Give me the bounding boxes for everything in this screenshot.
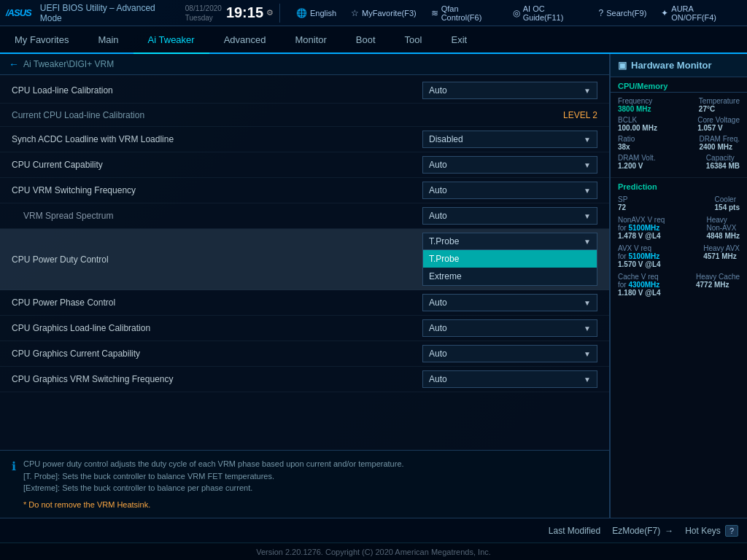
hardware-monitor-sidebar: ▣ Hardware Monitor CPU/Memory Frequency …: [610, 54, 747, 518]
setting-row-power-phase: CPU Power Phase Control Auto ▼: [0, 290, 609, 316]
nav-tool[interactable]: Tool: [390, 26, 437, 54]
heavy-cache-label: Heavy Cache: [696, 273, 740, 281]
nav-exit[interactable]: Exit: [436, 26, 481, 54]
vrm-spread-dropdown[interactable]: Auto ▼: [422, 207, 597, 225]
info-box: ℹ CPU power duty control adjusts the dut…: [0, 450, 609, 518]
power-duty-option-extreme[interactable]: Extreme: [423, 268, 597, 285]
temperature-label: Temperature: [699, 97, 740, 105]
back-arrow-icon[interactable]: ←: [9, 58, 19, 70]
search-label: Search(F9): [606, 9, 646, 18]
power-duty-options: T.Probe Extreme: [422, 250, 597, 286]
gpu-vrm-switching-label: CPU Graphics VRM Switching Frequency: [12, 374, 422, 384]
cpu-loadline-dropdown[interactable]: Auto ▼: [422, 82, 597, 99]
hotkeys-label: Hot Keys: [685, 526, 721, 536]
ai-oc-button[interactable]: ◎ AI OC Guide(F11): [508, 3, 589, 23]
cpu-current-cap-label: CPU Current Capability: [12, 160, 422, 170]
datetime-block: 08/11/2020 Tuesday 19:15 ⚙: [185, 4, 280, 23]
nonavx-row: NonAVX V req for 5100MHz 1.478 V @L4 Hea…: [618, 216, 740, 240]
heavy-cache-block: Heavy Cache 4772 MHz: [696, 273, 740, 297]
heavy-nonavx-label2: Non-AVX: [706, 224, 740, 232]
version-text: Version 2.20.1276. Copyright (C) 2020 Am…: [256, 548, 491, 556]
avx-freq-label: for 5100MHz: [618, 252, 661, 260]
aura-icon: ✦: [661, 8, 668, 18]
synch-acdc-dropdown[interactable]: Disabled ▼: [422, 131, 597, 148]
ratio-value: 38x: [618, 143, 635, 151]
capacity-label: Capacity: [706, 154, 740, 162]
heavy-cache-value: 4772 MHz: [696, 281, 740, 289]
power-duty-option-tprobe[interactable]: T.Probe: [423, 250, 597, 268]
gpu-current-cap-value: Auto: [429, 349, 447, 359]
nav-main[interactable]: Main: [83, 26, 133, 54]
heavy-avx-value: 4571 MHz: [703, 252, 740, 260]
nav-ai-tweaker[interactable]: Ai Tweaker: [133, 26, 209, 54]
vrm-spread-label: VRM Spread Spectrum: [12, 211, 422, 221]
cpu-memory-section: CPU/Memory: [611, 77, 747, 93]
info-text-block: CPU power duty control adjusts the duty …: [23, 458, 404, 510]
heavy-nonavx-label: Heavy: [706, 216, 740, 224]
vrm-switching-value: Auto: [429, 185, 447, 195]
chevron-down-icon: ▼: [584, 136, 591, 144]
ai-oc-icon: ◎: [513, 8, 520, 18]
nav-monitor[interactable]: Monitor: [281, 26, 341, 54]
aura-label: AURA ON/OFF(F4): [671, 4, 737, 22]
cooler-value: 154 pts: [715, 203, 740, 211]
setting-row-gpu-current-cap: CPU Graphics Current Capability Auto ▼: [0, 341, 609, 367]
info-warning: * Do not remove the VRM Heatsink.: [23, 499, 404, 511]
chevron-down-icon: ▼: [584, 238, 591, 246]
dram-freq-value: 2400 MHz: [699, 143, 740, 151]
cache-row: Cache V req for 4300MHz 1.180 V @L4 Heav…: [618, 273, 740, 297]
sp-block: SP 72: [618, 195, 627, 211]
gpu-loadline-dropdown[interactable]: Auto ▼: [422, 319, 597, 337]
content-area: ← Ai Tweaker\DIGI+ VRM CPU Load-line Cal…: [0, 54, 747, 518]
favorite-icon: ☆: [351, 8, 359, 18]
cpu-current-cap-dropdown[interactable]: Auto ▼: [422, 156, 597, 174]
aura-button[interactable]: ✦ AURA ON/OFF(F4): [657, 3, 741, 23]
settings-gear-icon[interactable]: ⚙: [266, 8, 274, 18]
ezmode-label: EzMode(F7): [612, 526, 660, 536]
gpu-current-cap-label: CPU Graphics Current Capability: [12, 349, 422, 359]
language-label: English: [310, 9, 336, 18]
power-phase-value: Auto: [429, 298, 447, 308]
cpu-loadline-value: Auto: [429, 85, 447, 96]
info-icon: ℹ: [12, 459, 16, 510]
setting-row-cpu-current-cap: CPU Current Capability Auto ▼: [0, 152, 609, 178]
qfan-button[interactable]: ≋ Qfan Control(F6): [427, 3, 503, 23]
heavy-avx-block: Heavy AVX 4571 MHz: [703, 244, 740, 268]
setting-row-synch-acdc: Synch ACDC Loadline with VRM Loadline Di…: [0, 127, 609, 152]
gpu-vrm-switching-dropdown[interactable]: Auto ▼: [422, 370, 597, 388]
gpu-current-cap-dropdown[interactable]: Auto ▼: [422, 345, 597, 362]
date-display: 08/11/2020 Tuesday: [185, 4, 222, 23]
nav-boot[interactable]: Boot: [341, 26, 390, 54]
ezmode-arrow-icon: →: [665, 526, 673, 536]
chevron-down-icon: ▼: [584, 161, 591, 169]
nav-advanced[interactable]: Advanced: [209, 26, 281, 54]
language-button[interactable]: 🌐 English: [292, 3, 341, 23]
power-phase-dropdown[interactable]: Auto ▼: [422, 294, 597, 311]
power-duty-label: CPU Power Duty Control: [12, 254, 422, 265]
top-bar: /ASUS UEFI BIOS Utility – Advanced Mode …: [0, 0, 747, 26]
my-favorite-button[interactable]: ☆ MyFavorite(F3): [347, 3, 421, 23]
vrm-switching-label: CPU VRM Switching Frequency: [12, 185, 422, 195]
current-loadline-label: Current CPU Load-line Calibration: [12, 110, 563, 120]
nav-my-favorites[interactable]: My Favorites: [0, 26, 83, 54]
cooler-block: Cooler 154 pts: [715, 195, 740, 211]
avx-block: AVX V req for 5100MHz 1.570 V @L4: [618, 244, 661, 268]
avx-row: AVX V req for 5100MHz 1.570 V @L4 Heavy …: [618, 244, 740, 268]
cooler-label: Cooler: [715, 195, 740, 203]
cache-block: Cache V req for 4300MHz 1.180 V @L4: [618, 273, 661, 297]
temperature-value: 27°C: [699, 105, 740, 113]
power-duty-dropdown-header[interactable]: T.Probe ▼: [422, 233, 597, 250]
chevron-down-icon: ▼: [584, 324, 591, 332]
qfan-icon: ≋: [431, 8, 438, 18]
nonavx-freq-label: for 5100MHz: [618, 224, 665, 232]
hotkeys-button[interactable]: Hot Keys ?: [685, 525, 738, 537]
time-value: 19:15: [226, 4, 263, 21]
search-button[interactable]: ? Search(F9): [595, 3, 651, 23]
chevron-down-icon: ▼: [584, 187, 591, 195]
temperature-block: Temperature 27°C: [699, 97, 740, 113]
ezmode-button[interactable]: EzMode(F7) →: [612, 526, 673, 536]
top-icons: 🌐 English ☆ MyFavorite(F3) ≋ Qfan Contro…: [292, 3, 741, 23]
vrm-switching-dropdown[interactable]: Auto ▼: [422, 182, 597, 199]
power-phase-label: CPU Power Phase Control: [12, 298, 422, 308]
breadcrumb: ← Ai Tweaker\DIGI+ VRM: [0, 54, 609, 75]
